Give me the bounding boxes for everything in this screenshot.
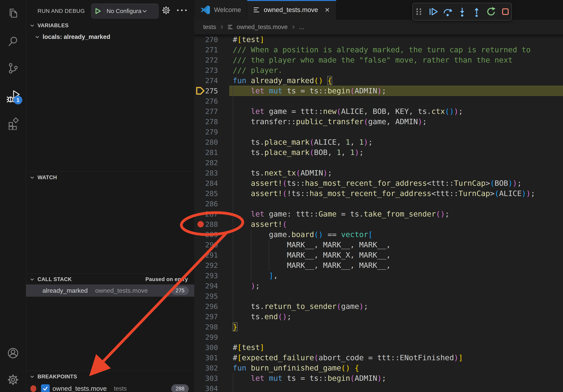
more-actions-icon[interactable] xyxy=(176,9,187,12)
variables-section-header[interactable]: VARIABLES xyxy=(26,20,194,31)
call-stack-section-header[interactable]: CALL STACK Paused on entry xyxy=(26,274,194,285)
code-line-288[interactable]: 288 assert!( xyxy=(194,219,563,229)
gutter-line-300[interactable]: 300 xyxy=(194,342,229,353)
code-line-300[interactable]: 300#[test] xyxy=(194,342,563,353)
close-icon[interactable] xyxy=(324,7,330,13)
gutter-line-277[interactable]: 277 xyxy=(194,106,229,117)
gutter-line-296[interactable]: 296 xyxy=(194,301,229,312)
gutter-line-294[interactable]: 294 xyxy=(194,281,229,291)
gutter-line-291[interactable]: 291 xyxy=(194,250,229,260)
gutter-line-295[interactable]: 295 xyxy=(194,291,229,301)
variables-scope-row[interactable]: locals: already_marked xyxy=(26,31,194,43)
code-line-287[interactable]: 287 let game: ttt::Game = ts.take_from_s… xyxy=(194,209,563,219)
breakpoint-enabled-checkbox[interactable] xyxy=(41,384,50,392)
debug-config-dropdown[interactable]: No Configura xyxy=(91,3,159,19)
gutter-line-278[interactable]: 278 xyxy=(194,117,229,127)
gutter-line-284[interactable]: 284 xyxy=(194,178,229,188)
code-line-275[interactable]: 275 let mut ts = ts::begin(ADMIN); xyxy=(194,86,563,96)
breadcrumb-symbol[interactable]: ... xyxy=(299,24,304,31)
gutter-line-280[interactable]: 280 xyxy=(194,137,229,147)
activity-explorer[interactable] xyxy=(0,3,26,25)
gutter-line-285[interactable]: 285 xyxy=(194,188,229,198)
stop-button[interactable] xyxy=(499,6,512,18)
step-out-button[interactable] xyxy=(471,6,483,18)
gutter-line-275[interactable]: 275 xyxy=(194,86,229,96)
code-line-285[interactable]: 285 assert!(!ts::has_most_recent_for_add… xyxy=(194,188,563,198)
code-line-282[interactable]: 282 xyxy=(194,157,563,168)
code-line-293[interactable]: 293 ], xyxy=(194,270,563,281)
code-line-294[interactable]: 294 ); xyxy=(194,281,563,291)
gutter-line-302[interactable]: 302 xyxy=(194,363,229,373)
gutter-line-282[interactable]: 282 xyxy=(194,157,229,168)
code-line-295[interactable]: 295 xyxy=(194,291,563,301)
gutter-line-290[interactable]: 290 xyxy=(194,240,229,250)
tab-welcome[interactable]: Welcome xyxy=(194,0,247,20)
code-line-303[interactable]: 303 let mut ts = ts::begin(ADMIN); xyxy=(194,373,563,383)
breadcrumb-folder[interactable]: tests xyxy=(203,24,216,31)
watch-section-header[interactable]: WATCH xyxy=(26,172,194,183)
code-line-271[interactable]: 271/// When a position is already marked… xyxy=(194,45,563,55)
gutter-line-286[interactable]: 286 xyxy=(194,198,229,209)
code-line-291[interactable]: 291 MARK__, MARK_X, MARK__, xyxy=(194,250,563,260)
code-line-276[interactable]: 276 xyxy=(194,96,563,106)
code-line-284[interactable]: 284 assert!(ts::has_most_recent_for_addr… xyxy=(194,178,563,188)
code-line-292[interactable]: 292 MARK__, MARK__, MARK__, xyxy=(194,260,563,270)
code-line-302[interactable]: 302fun burn_unfinished_game() { xyxy=(194,363,563,373)
gutter-line-270[interactable]: 270 xyxy=(194,34,229,45)
code-line-272[interactable]: 272/// the player who made the "false" m… xyxy=(194,55,563,65)
gutter-line-303[interactable]: 303 xyxy=(194,373,229,383)
code-line-270[interactable]: 270#[test] xyxy=(194,34,563,45)
gutter-line-281[interactable]: 281 xyxy=(194,147,229,157)
code-line-296[interactable]: 296 ts.return_to_sender(game); xyxy=(194,301,563,312)
gutter-line-276[interactable]: 276 xyxy=(194,96,229,106)
gutter-line-271[interactable]: 271 xyxy=(194,45,229,55)
debug-settings-gear-icon[interactable] xyxy=(161,6,171,15)
code-line-299[interactable]: 299 xyxy=(194,332,563,342)
code-line-304[interactable]: 304 xyxy=(194,383,563,392)
start-debug-icon[interactable] xyxy=(94,7,102,15)
code-line-286[interactable]: 286 xyxy=(194,198,563,209)
code-line-273[interactable]: 273/// player. xyxy=(194,65,563,75)
gutter-line-288[interactable]: 288 xyxy=(194,219,229,229)
code-line-290[interactable]: 290 MARK__, MARK__, MARK__, xyxy=(194,240,563,250)
tab-owned-tests-move[interactable]: owned_tests.move xyxy=(247,0,336,20)
code-line-289[interactable]: 289 game.board() == vector[ xyxy=(194,229,563,240)
gutter-line-283[interactable]: 283 xyxy=(194,168,229,178)
breakpoint-list-item[interactable]: owned_tests.move tests 288 xyxy=(26,383,194,392)
code-line-297[interactable]: 297 ts.end(); xyxy=(194,312,563,322)
breakpoints-section-header[interactable]: BREAKPOINTS xyxy=(26,371,194,382)
code-line-283[interactable]: 283 ts.next_tx(ADMIN); xyxy=(194,168,563,178)
code-line-274[interactable]: 274fun already_marked() { xyxy=(194,75,563,86)
step-over-button[interactable] xyxy=(442,6,454,18)
activity-search[interactable] xyxy=(0,31,26,52)
gutter-line-292[interactable]: 292 xyxy=(194,260,229,270)
gutter-line-279[interactable]: 279 xyxy=(194,127,229,137)
gutter-line-299[interactable]: 299 xyxy=(194,332,229,342)
gutter-line-298[interactable]: 298 xyxy=(194,322,229,332)
gutter-line-301[interactable]: 301 xyxy=(194,353,229,363)
breadcrumb-file[interactable]: owned_tests.move xyxy=(237,24,287,31)
code-editor[interactable]: 270#[test]271/// When a position is alre… xyxy=(194,34,563,392)
code-line-298[interactable]: 298} xyxy=(194,322,563,332)
gutter-line-273[interactable]: 273 xyxy=(194,65,229,75)
code-line-301[interactable]: 301#[expected_failure(abort_code = ttt::… xyxy=(194,353,563,363)
gutter-line-293[interactable]: 293 xyxy=(194,270,229,281)
code-line-279[interactable]: 279 xyxy=(194,127,563,137)
gutter-line-274[interactable]: 274 xyxy=(194,75,229,86)
activity-extensions[interactable] xyxy=(0,113,26,134)
activity-run-and-debug[interactable]: 1 xyxy=(0,85,26,107)
activity-settings[interactable] xyxy=(0,369,26,391)
step-into-button[interactable] xyxy=(456,6,468,18)
breakpoint-icon[interactable] xyxy=(197,221,204,227)
gutter-line-304[interactable]: 304 xyxy=(194,383,229,392)
code-line-278[interactable]: 278 transfer::public_transfer(game, ADMI… xyxy=(194,117,563,127)
call-stack-frame[interactable]: already_marked owned_tests.move 275 xyxy=(26,284,194,297)
activity-accounts[interactable] xyxy=(0,342,26,364)
gutter-line-287[interactable]: 287 xyxy=(194,209,229,219)
code-line-280[interactable]: 280 ts.place_mark(ALICE, 1, 1); xyxy=(194,137,563,147)
activity-source-control[interactable] xyxy=(0,57,26,79)
gutter-line-297[interactable]: 297 xyxy=(194,312,229,322)
code-line-277[interactable]: 277 let game = ttt::new(ALICE, BOB, KEY,… xyxy=(194,106,563,117)
continue-button[interactable] xyxy=(427,6,439,18)
breadcrumb[interactable]: tests owned_tests.move ... xyxy=(194,20,563,34)
